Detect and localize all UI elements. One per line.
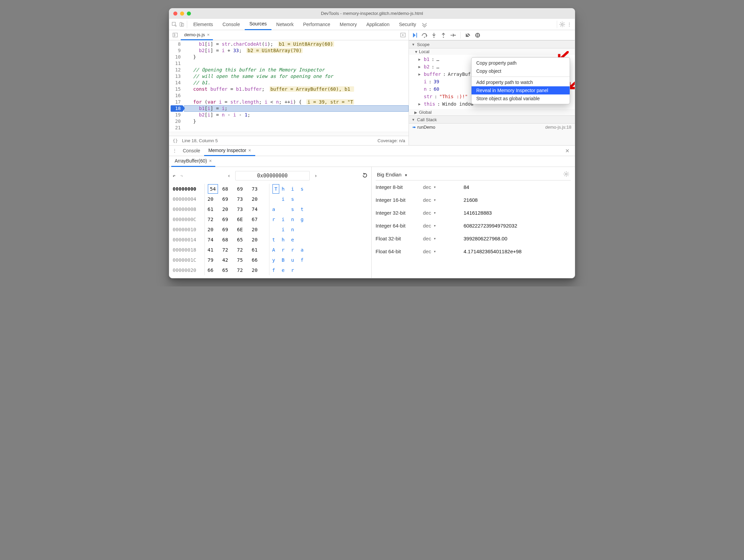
svg-rect-1 [180, 22, 182, 26]
svg-point-9 [443, 37, 444, 38]
drawer-tab-memory-inspector[interactable]: Memory Inspector × [204, 145, 255, 156]
callstack-section-header[interactable]: ▼Call Stack [409, 115, 575, 124]
inspect-icon[interactable] [171, 21, 178, 28]
device-icon[interactable] [178, 21, 185, 28]
hex-row[interactable]: 0000000054686973This [173, 184, 368, 194]
hex-row[interactable]: 0000001841727261Arra [173, 245, 368, 255]
step-over-icon[interactable] [421, 32, 428, 39]
next-page-icon[interactable]: › [314, 173, 317, 178]
drawer-tab-console[interactable]: Console [179, 145, 204, 156]
format-select[interactable]: dec ▾ [423, 184, 464, 190]
format-select[interactable]: dec ▾ [423, 197, 464, 203]
scrollbar-horizontal[interactable] [169, 132, 409, 136]
context-menu-item[interactable]: Add property path to watch [472, 78, 570, 86]
context-menu-item[interactable]: Reveal in Memory Inspector panel [472, 86, 570, 94]
hex-viewer[interactable]: 0000000054686973This0000000420697320 is … [173, 182, 368, 275]
value-type-row: Integer 32-bitdec ▾1416128883 [376, 206, 571, 219]
svg-rect-6 [416, 33, 417, 38]
callstack-frame[interactable]: ➠ runDemo demo-js.js:18 [409, 124, 575, 131]
deactivate-breakpoints-icon[interactable] [465, 32, 472, 39]
settings-icon[interactable] [563, 171, 569, 178]
scope-global-header[interactable]: ▶ Global [409, 109, 575, 115]
file-tab-active[interactable]: demo-js.js × [181, 30, 213, 40]
scope-local-header[interactable]: ▼ Local [409, 48, 575, 55]
hex-row[interactable]: 0000000861207374a st [173, 204, 368, 214]
tab-performance[interactable]: Performance [298, 19, 335, 30]
hex-row[interactable]: 0000001020696E20 in [173, 224, 368, 235]
hex-row[interactable]: 0000001C79427566yBuf [173, 255, 368, 265]
code-editor[interactable]: 89101112131415161718192021 b1[i] = str.c… [169, 40, 409, 132]
endianness-select[interactable]: Big Endian ▼ [377, 172, 408, 177]
tab-sources[interactable]: Sources [245, 19, 271, 30]
step-into-icon[interactable] [431, 32, 437, 39]
address-input[interactable]: 0x00000000 [235, 171, 310, 180]
editor-statusbar: {} Line 18, Column 5 Coverage: n/a [169, 136, 409, 145]
svg-point-3 [561, 23, 563, 25]
format-select[interactable]: dec ▾ [423, 210, 464, 216]
run-snippet-icon[interactable] [399, 31, 407, 39]
memory-buffer-tabs: ArrayBuffer(60) × [169, 156, 575, 167]
window-title: DevTools - memory-inspector.glitch.me/de… [169, 11, 575, 16]
tab-console[interactable]: Console [218, 19, 244, 30]
tab-memory[interactable]: Memory [335, 19, 362, 30]
context-menu-item[interactable]: Copy object [472, 67, 570, 75]
navigator-icon[interactable] [171, 31, 179, 39]
drawer-tabs: ⋮ Console Memory Inspector × × [169, 145, 575, 156]
cursor-position: Line 18, Column 5 [182, 138, 218, 143]
svg-rect-2 [181, 23, 183, 26]
devtools-window: DevTools - memory-inspector.glitch.me/de… [169, 8, 575, 278]
value-type-row: Integer 8-bitdec ▾84 [376, 180, 571, 193]
value-type-row: Float 32-bitdec ▾3992806227968.00 [376, 232, 571, 245]
tab-security[interactable]: Security [394, 19, 421, 30]
format-select[interactable]: dec ▾ [423, 236, 464, 241]
hex-row[interactable]: 0000002066657220fer [173, 265, 368, 275]
svg-point-14 [565, 173, 567, 175]
undo-icon[interactable]: ↶ [173, 173, 175, 178]
coverage-status: Coverage: n/a [377, 138, 405, 143]
memory-nav: ↶ ↷ ‹ 0x00000000 › [173, 170, 368, 182]
drawer-menu-icon[interactable]: ⋮ [171, 147, 179, 154]
tab-network[interactable]: Network [271, 19, 298, 30]
svg-rect-12 [477, 34, 477, 37]
braces-icon[interactable]: {} [173, 138, 178, 143]
titlebar: DevTools - memory-inspector.glitch.me/de… [169, 8, 575, 19]
close-icon[interactable]: × [207, 32, 210, 37]
drawer-close-icon[interactable]: × [562, 147, 573, 155]
memory-inspector: ↶ ↷ ‹ 0x00000000 › 0000000054686973This0… [169, 167, 575, 278]
tab-row: Elements Console Sources Network Perform… [169, 19, 575, 30]
svg-point-8 [433, 37, 434, 38]
context-menu-item[interactable]: Copy property path [472, 59, 570, 67]
context-menu-item[interactable]: Store object as global variable [472, 94, 570, 103]
tab-elements[interactable]: Elements [189, 19, 218, 30]
step-out-icon[interactable] [440, 32, 447, 39]
resume-icon[interactable] [412, 32, 418, 39]
svg-point-7 [424, 37, 425, 38]
more-tabs-icon[interactable] [421, 21, 428, 28]
scope-section-header[interactable]: ▼Scope [409, 40, 575, 48]
sources-panel: demo-js.js × 89101112131415161718192021 … [169, 30, 575, 145]
value-type-row: Integer 16-bitdec ▾21608 [376, 193, 571, 206]
step-icon[interactable] [450, 32, 456, 39]
pause-exceptions-icon[interactable] [474, 32, 481, 39]
settings-icon[interactable] [559, 21, 566, 28]
tab-application[interactable]: Application [362, 19, 394, 30]
format-select[interactable]: dec ▾ [423, 223, 464, 229]
close-icon[interactable]: × [209, 158, 212, 164]
context-menu: Copy property pathCopy objectAdd propert… [471, 57, 570, 104]
format-select[interactable]: dec ▾ [423, 249, 464, 254]
memory-buffer-tab[interactable]: ArrayBuffer(60) × [171, 156, 215, 167]
redo-icon[interactable]: ↷ [180, 173, 183, 178]
file-tabs: demo-js.js × [169, 30, 409, 40]
prev-page-icon[interactable]: ‹ [227, 173, 230, 178]
debugger-toolbar [409, 30, 575, 40]
close-icon[interactable]: × [248, 148, 251, 153]
hex-row[interactable]: 0000001474686520the [173, 235, 368, 245]
hex-row[interactable]: 0000000C72696E67ring [173, 214, 368, 224]
refresh-icon[interactable] [362, 172, 368, 179]
kebab-menu-icon[interactable]: ⋮ [566, 21, 573, 28]
value-interpretations: Integer 8-bitdec ▾84Integer 16-bitdec ▾2… [376, 180, 571, 258]
svg-point-11 [475, 33, 480, 38]
endianness-row: Big Endian ▼ [376, 169, 571, 180]
file-tab-label: demo-js.js [184, 32, 205, 37]
hex-row[interactable]: 0000000420697320 is [173, 194, 368, 204]
